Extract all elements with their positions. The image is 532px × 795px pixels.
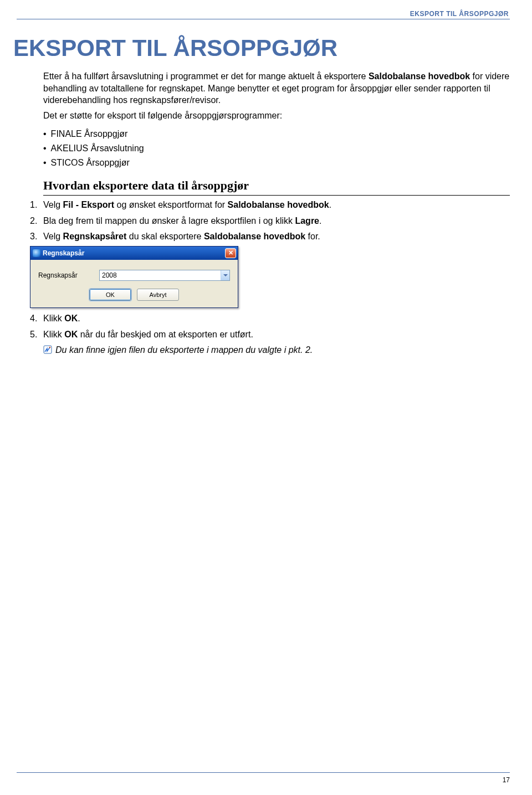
text: Klikk <box>43 314 64 323</box>
combobox-value: 2008 <box>102 271 117 279</box>
tip-text: Du kan finne igjen filen du eksporterte … <box>55 344 313 356</box>
header-rule <box>17 19 510 19</box>
steps-list-continued: Klikk OK. Klikk OK når du får beskjed om… <box>30 312 510 341</box>
text-bold: Saldobalanse hovedbok <box>204 232 305 241</box>
titlebar-left: Regnskapsår <box>33 249 84 257</box>
text-bold: Lagre <box>295 216 319 225</box>
step-5: Klikk OK når du får beskjed om at ekspor… <box>30 329 510 341</box>
tip-row: Du kan finne igjen filen du eksporterte … <box>43 344 510 356</box>
ok-button[interactable]: OK <box>89 289 131 301</box>
footer-rule <box>17 772 510 773</box>
text: Etter å ha fullført årsavslutning i prog… <box>43 71 369 81</box>
text: . <box>78 314 80 323</box>
text-bold: OK <box>64 330 78 339</box>
running-header: EKSPORT TIL ÅRSOPPGJØR <box>17 10 510 18</box>
chevron-down-icon[interactable] <box>221 270 229 280</box>
text: Klikk <box>43 330 64 339</box>
page-number: 17 <box>503 776 510 784</box>
button-row: OK Avbryt <box>38 289 230 301</box>
dialog-body: Regnskapsår 2008 OK Avbryt <box>30 260 238 307</box>
list-item: STICOS Årsoppgjør <box>43 156 510 170</box>
text: for. <box>305 232 320 241</box>
text: og ønsket eksportformat for <box>114 200 228 209</box>
step-1: Velg Fil - Eksport og ønsket eksportform… <box>30 199 510 211</box>
intro-paragraph-2: Det er støtte for eksport til følgende å… <box>43 110 510 122</box>
text: Velg <box>43 232 63 241</box>
dialog-screenshot: Regnskapsår ✕ Regnskapsår 2008 OK Avbryt <box>30 246 510 308</box>
text: . <box>319 216 321 225</box>
text: Velg <box>43 200 63 209</box>
dialog-titlebar: Regnskapsår ✕ <box>30 247 238 260</box>
step-4: Klikk OK. <box>30 312 510 325</box>
year-combobox[interactable]: 2008 <box>99 270 230 281</box>
text-bold: Saldobalanse hovedbok <box>369 71 470 81</box>
text: når du får beskjed om at eksporten er ut… <box>78 330 253 339</box>
list-item: AKELIUS Årsavslutning <box>43 141 510 156</box>
steps-list: Velg Fil - Eksport og ønsket eksportform… <box>30 199 510 243</box>
section-heading: Hvordan eksportere data til årsoppgjør <box>43 178 510 196</box>
dialog-title: Regnskapsår <box>43 249 84 257</box>
regnskapsar-dialog: Regnskapsår ✕ Regnskapsår 2008 OK Avbryt <box>30 246 238 308</box>
page-title: EKSPORT TIL ÅRSOPPGJØR <box>13 35 510 61</box>
cancel-button[interactable]: Avbryt <box>137 289 179 301</box>
app-icon <box>33 249 40 257</box>
text: . <box>329 200 331 209</box>
text-bold: Regnskapsåret <box>63 232 127 241</box>
svg-rect-0 <box>44 346 52 353</box>
close-button[interactable]: ✕ <box>225 248 236 258</box>
text-bold: Saldobalanse hovedbok <box>228 200 329 209</box>
list-item: FINALE Årsoppgjør <box>43 127 510 141</box>
field-row: Regnskapsår 2008 <box>38 270 230 281</box>
text: du skal eksportere <box>126 232 204 241</box>
step-3: Velg Regnskapsåret du skal eksportere Sa… <box>30 230 510 243</box>
text-bold: Fil - Eksport <box>63 200 114 209</box>
info-icon <box>43 345 52 354</box>
field-label: Regnskapsår <box>38 271 94 279</box>
text: Bla deg frem til mappen du ønsker å lagr… <box>43 216 295 225</box>
step-2: Bla deg frem til mappen du ønsker å lagr… <box>30 215 510 227</box>
svg-point-1 <box>49 347 50 348</box>
program-list: FINALE Årsoppgjør AKELIUS Årsavslutning … <box>43 127 510 170</box>
intro-paragraph-1: Etter å ha fullført årsavslutning i prog… <box>43 70 510 106</box>
text-bold: OK <box>64 314 78 323</box>
